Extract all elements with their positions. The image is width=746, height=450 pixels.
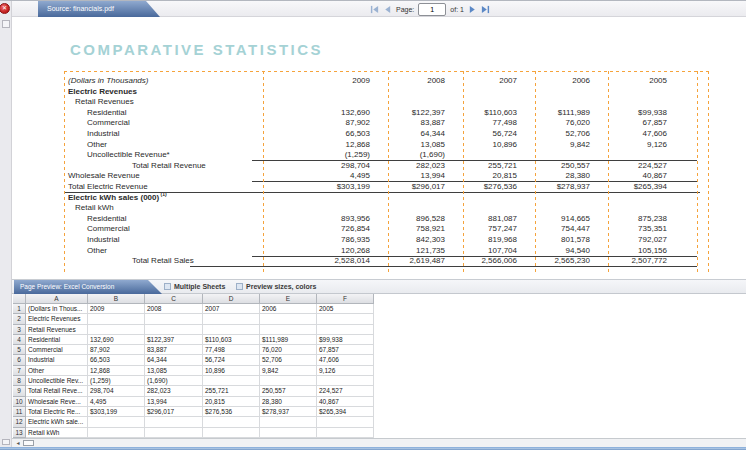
cell-C5[interactable]: 83,887 (145, 345, 203, 355)
row-header-4[interactable]: 4 (13, 335, 26, 345)
next-page-icon[interactable] (468, 5, 477, 14)
cell-D2[interactable] (203, 314, 260, 324)
cell-C12[interactable] (145, 417, 203, 427)
cell-A12[interactable]: Electric kWh sale... (26, 417, 88, 427)
row-header-1[interactable]: 1 (13, 304, 26, 314)
cell-A4[interactable]: Residential (26, 335, 88, 345)
cell-A11[interactable]: Total Electric Re... (26, 407, 88, 417)
cell-B5[interactable]: 87,902 (88, 345, 145, 355)
preview-sizes-checkbox[interactable]: Preview sizes, colors (236, 283, 316, 290)
scrollbar-thumb[interactable] (23, 440, 34, 446)
cell-C11[interactable]: $296,017 (145, 407, 203, 417)
cell-E1[interactable]: 2006 (260, 304, 317, 314)
cell-A9[interactable]: Total Retail Reve... (26, 386, 88, 396)
cell-A3[interactable]: Retail Revenues (26, 325, 88, 335)
cell-C9[interactable]: 282,023 (145, 386, 203, 396)
cell-A1[interactable]: (Dollars in Thous... (26, 304, 88, 314)
cell-D1[interactable]: 2007 (203, 304, 260, 314)
cell-D11[interactable]: $276,536 (203, 407, 260, 417)
cell-A13[interactable]: Retail kWh (26, 428, 88, 438)
cell-D5[interactable]: 77,498 (203, 345, 260, 355)
cell-B7[interactable]: 12,868 (88, 366, 145, 376)
row-header-7[interactable]: 7 (13, 366, 26, 376)
cell-A5[interactable]: Commercial (26, 345, 88, 355)
cell-F2[interactable] (317, 314, 374, 324)
column-marker[interactable] (697, 71, 698, 273)
panel-collapse-button[interactable] (2, 20, 10, 28)
cell-D12[interactable] (203, 417, 260, 427)
cell-C6[interactable]: 64,344 (145, 355, 203, 365)
cell-D10[interactable]: 20,815 (203, 397, 260, 407)
cell-C4[interactable]: $122,397 (145, 335, 203, 345)
tab-excel-preview[interactable]: Page Preview: Excel Conversion (14, 280, 162, 294)
cell-A2[interactable]: Electric Revenues (26, 314, 88, 324)
cell-A10[interactable]: Wholesale Reve... (26, 397, 88, 407)
column-marker[interactable] (263, 71, 264, 273)
cell-F4[interactable]: $99,938 (317, 335, 374, 345)
cell-D6[interactable]: 56,724 (203, 355, 260, 365)
column-marker[interactable] (463, 71, 464, 273)
splitter-grip[interactable] (2, 439, 10, 445)
column-marker[interactable] (64, 71, 65, 273)
cell-F6[interactable]: 47,606 (317, 355, 374, 365)
row-header-10[interactable]: 10 (13, 397, 26, 407)
cell-D8[interactable] (203, 376, 260, 386)
cell-B6[interactable]: 66,503 (88, 355, 145, 365)
cell-E10[interactable]: 28,380 (260, 397, 317, 407)
cell-C3[interactable] (145, 325, 203, 335)
cell-D13[interactable] (203, 428, 260, 438)
cell-A7[interactable]: Other (26, 366, 88, 376)
column-marker[interactable] (388, 71, 389, 273)
cell-D9[interactable]: 255,721 (203, 386, 260, 396)
column-header-B[interactable]: B (88, 294, 145, 304)
cell-F3[interactable] (317, 325, 374, 335)
cell-C13[interactable] (145, 428, 203, 438)
cell-C10[interactable]: 13,994 (145, 397, 203, 407)
cell-F11[interactable]: $265,394 (317, 407, 374, 417)
cell-F7[interactable]: 9,126 (317, 366, 374, 376)
cell-D4[interactable]: $110,603 (203, 335, 260, 345)
cell-E11[interactable]: $278,937 (260, 407, 317, 417)
page-number-input[interactable] (418, 3, 446, 16)
row-header-13[interactable]: 13 (13, 428, 26, 438)
cell-C2[interactable] (145, 314, 203, 324)
cell-B13[interactable] (88, 428, 145, 438)
cell-C8[interactable]: (1,690) (145, 376, 203, 386)
column-header-F[interactable]: F (317, 294, 374, 304)
cell-F12[interactable] (317, 417, 374, 427)
cell-F10[interactable]: 40,867 (317, 397, 374, 407)
last-page-icon[interactable] (481, 5, 490, 14)
cell-B3[interactable] (88, 325, 145, 335)
tab-source-pdf[interactable]: Source: financials.pdf (38, 1, 160, 17)
row-header-11[interactable]: 11 (13, 407, 26, 417)
cell-B11[interactable]: $303,199 (88, 407, 145, 417)
cell-B2[interactable] (88, 314, 145, 324)
horizontal-scrollbar[interactable]: ◂ (12, 438, 746, 447)
cell-E8[interactable] (260, 376, 317, 386)
row-header-12[interactable]: 12 (13, 417, 26, 427)
cell-F5[interactable]: 67,857 (317, 345, 374, 355)
cell-E12[interactable] (260, 417, 317, 427)
cell-B10[interactable]: 4,495 (88, 397, 145, 407)
cell-B1[interactable]: 2009 (88, 304, 145, 314)
cell-F13[interactable] (317, 428, 374, 438)
column-marker[interactable] (608, 71, 609, 273)
cell-E7[interactable]: 9,842 (260, 366, 317, 376)
cell-B9[interactable]: 298,704 (88, 386, 145, 396)
cell-E4[interactable]: $111,989 (260, 335, 317, 345)
cell-E3[interactable] (260, 325, 317, 335)
row-header-6[interactable]: 6 (13, 355, 26, 365)
cell-A6[interactable]: Industrial (26, 355, 88, 365)
cell-E13[interactable] (260, 428, 317, 438)
column-header-A[interactable]: A (26, 294, 88, 304)
first-page-icon[interactable] (370, 5, 379, 14)
row-header-2[interactable]: 2 (13, 314, 26, 324)
cell-C7[interactable]: 13,085 (145, 366, 203, 376)
cell-E2[interactable] (260, 314, 317, 324)
column-header-C[interactable]: C (145, 294, 203, 304)
row-header-8[interactable]: 8 (13, 376, 26, 386)
cell-F8[interactable] (317, 376, 374, 386)
cell-C1[interactable]: 2008 (145, 304, 203, 314)
column-marker[interactable] (535, 71, 536, 273)
cell-A8[interactable]: Uncollectible Rev... (26, 376, 88, 386)
